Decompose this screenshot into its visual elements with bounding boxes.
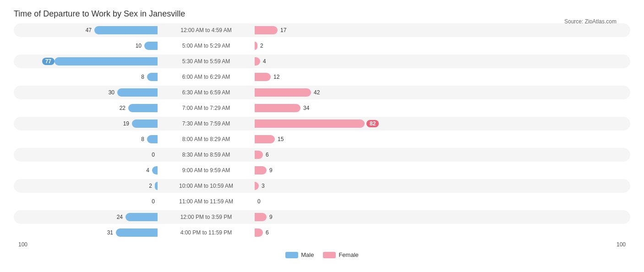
male-bar	[128, 104, 158, 112]
male-bar	[132, 120, 158, 128]
right-section: 34	[252, 104, 398, 112]
female-value: 0	[257, 198, 268, 205]
male-bar	[147, 73, 158, 81]
female-bar	[255, 26, 278, 34]
chart-title: Time of Departure to Work by Sex in Jane…	[14, 9, 630, 19]
right-section: 2	[252, 42, 398, 50]
male-bar	[147, 135, 158, 143]
chart-row: 22 7:00 AM to 7:29 AM 34	[14, 101, 630, 115]
male-value: 8	[133, 74, 144, 80]
female-value: 12	[273, 74, 284, 80]
left-section: 0	[14, 151, 160, 159]
time-label: 12:00 PM to 3:59 PM	[160, 214, 252, 220]
chart-row: 24 12:00 PM to 3:59 PM 9	[14, 210, 630, 224]
time-label: 9:00 AM to 9:59 AM	[160, 167, 252, 174]
female-badge: 82	[366, 120, 379, 127]
male-value: 0	[144, 152, 155, 158]
right-section: 6	[252, 228, 398, 237]
legend-male-label: Male	[301, 251, 314, 258]
right-section: 15	[252, 135, 398, 143]
chart-row: 77 5:30 AM to 5:59 AM 4	[14, 54, 630, 68]
female-value: 42	[314, 89, 325, 96]
time-label: 5:30 AM to 5:59 AM	[160, 58, 252, 65]
legend-female: Female	[323, 251, 358, 258]
legend-male: Male	[285, 251, 314, 258]
chart-container: 47 12:00 AM to 4:59 AM 17 10 5:00 AM to …	[14, 23, 630, 239]
female-bar	[255, 213, 267, 221]
male-bar	[117, 88, 158, 97]
right-section: 9	[252, 166, 398, 174]
male-bar	[55, 57, 158, 65]
female-value: 34	[303, 105, 314, 111]
chart-row: 10 5:00 AM to 5:29 AM 2	[14, 39, 630, 53]
time-label: 4:00 PM to 11:59 PM	[160, 229, 252, 236]
time-label: 12:00 AM to 4:59 AM	[160, 27, 252, 33]
chart-row: 8 8:00 AM to 8:29 AM 15	[14, 132, 630, 146]
axis-right: 100	[484, 241, 630, 248]
left-section: 2	[14, 182, 160, 190]
left-section: 30	[14, 88, 160, 97]
left-section: 77	[14, 57, 160, 65]
male-bar	[126, 213, 158, 221]
female-bar	[255, 166, 267, 174]
right-section: 12	[252, 73, 398, 81]
chart-row: 0 8:30 AM to 8:59 AM 6	[14, 148, 630, 162]
male-value: 4	[138, 167, 149, 174]
male-bar	[155, 182, 158, 190]
male-bar	[152, 166, 158, 174]
male-value: 30	[104, 89, 115, 96]
right-section: 82	[252, 120, 398, 128]
time-label: 6:30 AM to 6:59 AM	[160, 89, 252, 96]
right-section: 0	[252, 197, 398, 206]
female-bar	[255, 120, 365, 128]
legend-male-box	[285, 252, 298, 258]
female-value: 3	[262, 183, 273, 189]
left-section: 8	[14, 135, 160, 143]
female-bar	[255, 104, 300, 112]
male-value: 31	[102, 229, 113, 236]
female-value: 2	[260, 43, 271, 49]
right-section: 3	[252, 182, 398, 190]
female-value: 6	[266, 229, 277, 236]
right-section: 9	[252, 213, 398, 221]
female-value: 9	[269, 167, 280, 174]
legend-female-box	[323, 252, 336, 258]
time-label: 6:00 AM to 6:29 AM	[160, 74, 252, 80]
legend-female-label: Female	[338, 251, 358, 258]
time-label: 7:30 AM to 7:59 AM	[160, 120, 252, 127]
male-value: 8	[133, 136, 144, 142]
left-section: 4	[14, 166, 160, 174]
chart-row: 2 10:00 AM to 10:59 AM 3	[14, 179, 630, 193]
male-value: 10	[131, 43, 142, 49]
female-bar	[255, 57, 260, 65]
right-section: 42	[252, 88, 398, 97]
left-section: 0	[14, 197, 160, 206]
left-section: 47	[14, 26, 160, 34]
left-section: 19	[14, 120, 160, 128]
chart-row: 31 4:00 PM to 11:59 PM 6	[14, 226, 630, 239]
right-section: 4	[252, 57, 398, 65]
male-value: 19	[118, 120, 129, 127]
time-label: 7:00 AM to 7:29 AM	[160, 105, 252, 111]
chart-row: 8 6:00 AM to 6:29 AM 12	[14, 70, 630, 84]
axis-row: 100 100	[14, 241, 630, 248]
time-label: 5:00 AM to 5:29 AM	[160, 43, 252, 49]
right-section: 6	[252, 151, 398, 159]
male-value: 2	[141, 183, 152, 189]
chart-row: 0 11:00 AM to 11:59 AM 0	[14, 195, 630, 208]
chart-row: 19 7:30 AM to 7:59 AM 82	[14, 117, 630, 131]
female-value: 9	[269, 214, 280, 220]
male-value: 24	[112, 214, 123, 220]
left-section: 24	[14, 213, 160, 221]
male-value: 0	[144, 198, 155, 205]
left-section: 8	[14, 73, 160, 81]
chart-row: 4 9:00 AM to 9:59 AM 9	[14, 163, 630, 177]
female-value: 15	[278, 136, 289, 142]
female-value: 17	[280, 27, 291, 33]
left-section: 31	[14, 228, 160, 237]
male-value: 22	[115, 105, 126, 111]
male-bar	[116, 228, 158, 237]
female-bar	[255, 135, 275, 143]
right-section: 17	[252, 26, 398, 34]
time-label: 10:00 AM to 10:59 AM	[160, 183, 252, 189]
